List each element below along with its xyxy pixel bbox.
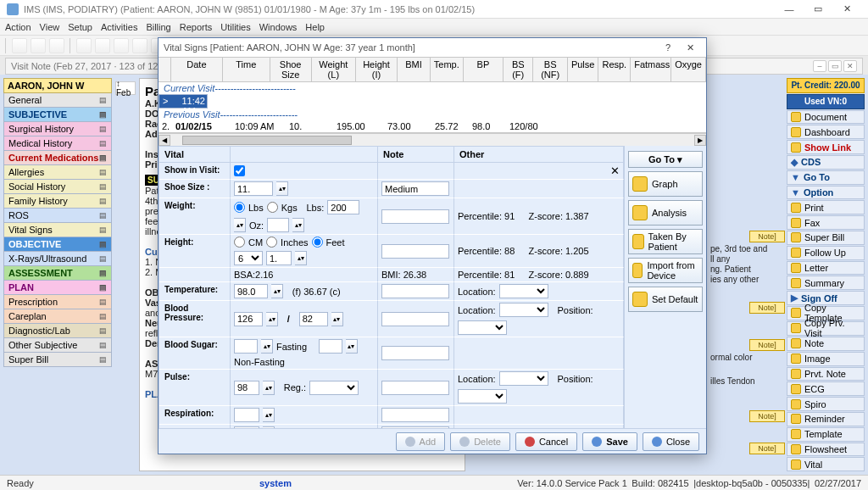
note-chip[interactable]: Note] xyxy=(749,443,785,454)
pulse-position-select[interactable] xyxy=(458,389,507,404)
weight-kgs-radio[interactable] xyxy=(267,202,278,213)
menu-view[interactable]: View xyxy=(40,22,60,32)
ritem-ecg[interactable]: ECG xyxy=(787,381,865,396)
nav-prescription[interactable]: Prescription▤ xyxy=(3,295,112,309)
bp-diastolic-input[interactable] xyxy=(299,312,328,326)
show-in-visit-checkbox[interactable] xyxy=(234,165,245,176)
menu-activities[interactable]: Activities xyxy=(101,22,137,32)
ritem-follow-up[interactable]: Follow Up xyxy=(787,246,865,260)
nav-other-subjective[interactable]: Other Subjective▤ xyxy=(3,338,112,353)
bs-fasting-input[interactable] xyxy=(234,339,258,354)
history-row-previous[interactable]: 2. 01/02/15 10:09 AM 10. 195.00 73.00 25… xyxy=(159,120,706,132)
set-default-button[interactable]: Set Default xyxy=(628,287,703,312)
history-scrollbar[interactable]: ◀ ▶ xyxy=(159,133,706,146)
toolbar-button[interactable] xyxy=(132,38,147,53)
goto-dropdown[interactable]: Go To ▾ xyxy=(628,151,703,168)
col-temp[interactable]: Temp. xyxy=(431,58,464,81)
col-time[interactable]: Time xyxy=(223,58,270,81)
ritem-print[interactable]: Print xyxy=(787,200,865,214)
weight-note-input[interactable] xyxy=(381,209,449,224)
col-weight-l[interactable]: Weight (L) xyxy=(312,58,356,81)
delete-button[interactable]: Delete xyxy=(450,432,510,451)
nav-assessment[interactable]: ASSESSMENT▤ xyxy=(3,266,112,281)
col-oxygen[interactable]: Oxyge xyxy=(671,58,706,81)
patient-name-box[interactable]: AARON, JOHN W xyxy=(3,78,112,93)
weight-oz-input[interactable] xyxy=(267,218,289,232)
spinner-icon[interactable]: ▴▾ xyxy=(261,339,273,354)
temp-location-select[interactable] xyxy=(499,284,548,298)
pulse-input[interactable] xyxy=(234,381,259,395)
note-chip[interactable]: Note] xyxy=(749,231,785,242)
col-bs-nf[interactable]: BS (NF) xyxy=(533,58,567,81)
ritem-letter[interactable]: Letter xyxy=(787,261,865,276)
height-in-input[interactable] xyxy=(266,251,292,265)
spinner-icon[interactable]: ▴▾ xyxy=(234,218,246,232)
nav-plan[interactable]: PLAN▤ xyxy=(3,281,112,295)
toolbar-button[interactable] xyxy=(12,38,27,53)
pulse-reg-select[interactable] xyxy=(309,381,359,395)
save-button[interactable]: Save xyxy=(582,432,637,451)
ritem-flowsheet[interactable]: Flowsheet xyxy=(787,443,865,457)
spinner-icon[interactable]: ▴▾ xyxy=(295,251,307,265)
ritem-goto[interactable]: ▼Go To xyxy=(787,170,865,185)
nav-surgical-history[interactable]: Surgical History▤ xyxy=(3,122,112,136)
note-max-icon[interactable]: ▭ xyxy=(828,60,842,72)
menu-reports[interactable]: Reports xyxy=(180,22,213,32)
menu-windows[interactable]: Windows xyxy=(259,22,298,32)
note-close-icon[interactable]: ✕ xyxy=(843,60,857,72)
cancel-button[interactable]: Cancel xyxy=(515,432,577,451)
spinner-icon[interactable]: ▴▾ xyxy=(263,408,275,422)
ritem-cds[interactable]: ◆CDS xyxy=(787,155,865,170)
note-chip[interactable]: Note] xyxy=(749,410,785,422)
respiration-input[interactable] xyxy=(234,408,259,422)
nav-xrays-ultrasound[interactable]: X-Rays/Ultrasound▤ xyxy=(3,252,112,266)
col-fatmass[interactable]: Fatmass xyxy=(631,58,671,81)
height-ft-select[interactable]: 6 xyxy=(234,251,263,265)
spinner-icon[interactable]: ▴▾ xyxy=(266,312,278,326)
nav-subjective[interactable]: SUBJECTIVE▤ xyxy=(3,108,112,122)
ritem-reminder[interactable]: Reminder xyxy=(787,412,865,426)
bs-nonfasting-input[interactable] xyxy=(319,339,342,354)
respiration-note-input[interactable] xyxy=(381,408,449,422)
ritem-summary[interactable]: Summary xyxy=(787,276,865,290)
weight-lbs-input[interactable] xyxy=(327,200,359,214)
nav-current-medications[interactable]: Current Medications▤ xyxy=(3,151,112,165)
toolbar-button[interactable] xyxy=(31,38,46,53)
note-chip[interactable]: Note] xyxy=(749,339,785,351)
toolbar-button[interactable] xyxy=(114,38,129,53)
pulse-location-select[interactable] xyxy=(499,371,548,386)
dialog-help-button[interactable]: ? xyxy=(657,40,679,55)
add-button[interactable]: Add xyxy=(396,432,446,451)
height-in-radio[interactable] xyxy=(266,237,277,248)
nav-vital-signs[interactable]: Vital Signs▤ xyxy=(3,223,112,237)
ritem-document[interactable]: Document xyxy=(787,110,865,125)
height-cm-radio[interactable] xyxy=(234,237,245,248)
ritem-dashboard[interactable]: Dashboard xyxy=(787,125,865,139)
nav-allergies[interactable]: Allergies▤ xyxy=(3,165,112,180)
import-device-button[interactable]: Import from Device xyxy=(628,258,703,283)
taken-by-patient-button[interactable]: Taken By Patient xyxy=(628,229,703,254)
ritem-note[interactable]: Note xyxy=(787,337,865,351)
shoe-note-input[interactable] xyxy=(381,181,449,196)
ritem-show-link[interactable]: Show Link xyxy=(787,140,865,154)
spinner-icon[interactable]: ▴▾ xyxy=(271,284,283,298)
menu-utilities[interactable]: Utilities xyxy=(220,22,250,32)
nav-medical-history[interactable]: Medical History▤ xyxy=(3,136,112,151)
ritem-fax[interactable]: Fax xyxy=(787,215,865,230)
nav-diagnostic-lab[interactable]: Diagnostic/Lab▤ xyxy=(3,324,112,338)
spinner-icon[interactable]: ▴▾ xyxy=(346,339,358,354)
note-min-icon[interactable]: – xyxy=(813,60,826,72)
toolbar-button[interactable] xyxy=(76,38,92,53)
ritem-option[interactable]: ▼Option xyxy=(787,186,865,200)
nav-super-bill[interactable]: Super Bill▤ xyxy=(3,353,112,367)
toolbar-button[interactable] xyxy=(95,38,110,53)
temperature-note-input[interactable] xyxy=(381,284,449,298)
weight-lbs-radio[interactable] xyxy=(234,202,245,213)
col-shoe-size[interactable]: Shoe Size xyxy=(270,58,312,81)
scroll-right-icon[interactable]: ▶ xyxy=(694,135,706,146)
ritem-vital[interactable]: Vital xyxy=(787,457,865,471)
col-pulse[interactable]: Pulse xyxy=(568,58,599,81)
col-height-i[interactable]: Height (I) xyxy=(356,58,398,81)
ritem-image[interactable]: Image xyxy=(787,352,865,366)
ritem-spiro[interactable]: Spiro xyxy=(787,397,865,411)
